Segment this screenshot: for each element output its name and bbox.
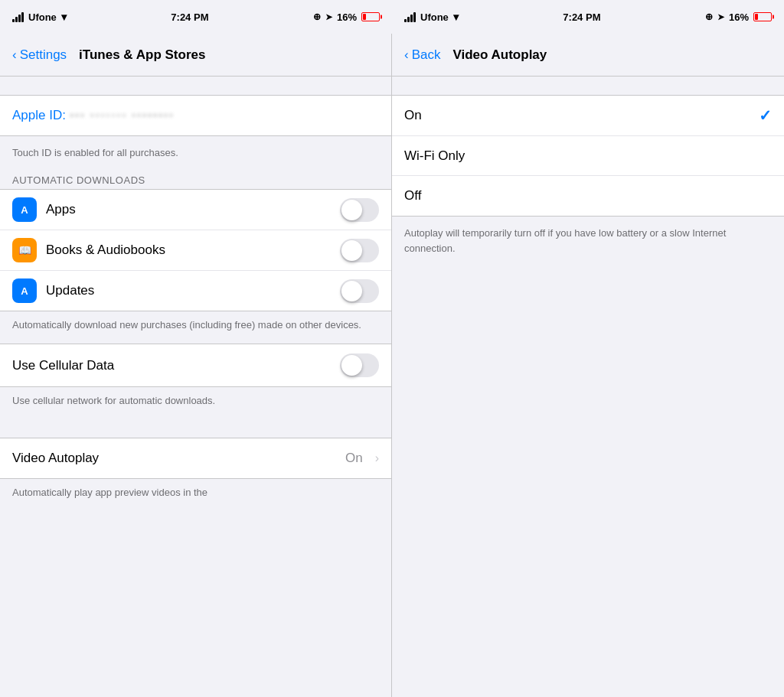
- apple-id-value: ••• ••••••• ••••••••: [70, 108, 175, 123]
- right-time: 7:24 PM: [563, 11, 600, 23]
- back-chevron-icon: ‹: [12, 47, 17, 63]
- left-time: 7:24 PM: [171, 11, 208, 23]
- apps-row[interactable]: A Apps: [0, 190, 391, 230]
- status-bar: Ufone ▾ 7:24 PM ⊕ ➤ 16% Ufone ▾ 7:24 PM: [0, 0, 784, 34]
- touch-id-info-text: Touch ID is enabled for all purchases.: [12, 147, 178, 158]
- right-nav-bar: ‹ Back Video Autoplay: [392, 34, 784, 77]
- automatic-downloads-group: A Apps 📖 Books & Audioboo: [0, 189, 391, 311]
- right-location-icon: ⊕: [705, 11, 713, 22]
- right-location-arrow-icon: ➤: [717, 12, 724, 22]
- right-back-chevron-icon: ‹: [404, 47, 409, 63]
- autoplay-note-text: Autoplay will temporarily turn off if yo…: [404, 227, 726, 254]
- left-battery-icon: [361, 12, 380, 21]
- books-row[interactable]: 📖 Books & Audiobooks: [0, 230, 391, 271]
- option-off-row[interactable]: Off: [392, 176, 784, 216]
- right-signal-icon: [404, 11, 416, 22]
- apps-icon: A: [12, 197, 37, 222]
- svg-text:A: A: [21, 285, 28, 297]
- svg-text:📖: 📖: [18, 244, 32, 257]
- main-content: ‹ Settings iTunes & App Stores Apple ID:…: [0, 34, 784, 697]
- apple-id-text: Apple ID: ••• ••••••• ••••••••: [12, 108, 174, 122]
- left-nav-title: iTunes & App Stores: [79, 47, 205, 63]
- right-wifi-icon: ▾: [453, 11, 459, 23]
- option-on-row[interactable]: On ✓: [392, 96, 784, 136]
- right-scroll-content: On ✓ Wi-Fi Only Off Autoplay will tempor…: [392, 77, 784, 697]
- right-pane: ‹ Back Video Autoplay On ✓ Wi-Fi Only Of…: [392, 34, 784, 697]
- right-status-bar: Ufone ▾ 7:24 PM ⊕ ➤ 16%: [392, 0, 784, 34]
- books-icon: 📖: [12, 238, 37, 262]
- automatic-downloads-header: AUTOMATIC DOWNLOADS: [0, 168, 391, 189]
- left-status-bar: Ufone ▾ 7:24 PM ⊕ ➤ 16%: [0, 0, 392, 34]
- updates-toggle-knob: [341, 281, 362, 301]
- location-icon: ⊕: [313, 11, 321, 22]
- books-label: Books & Audiobooks: [46, 243, 331, 258]
- right-nav-title: Video Autoplay: [452, 47, 547, 63]
- svg-text:A: A: [21, 204, 28, 216]
- right-back-button[interactable]: ‹ Back: [404, 47, 440, 63]
- video-autoplay-partial-text: Automatically play app preview videos in…: [12, 487, 207, 498]
- left-battery-pct: 16%: [337, 11, 357, 23]
- apps-toggle[interactable]: [340, 198, 379, 222]
- updates-toggle[interactable]: [340, 279, 379, 303]
- option-on-checkmark: ✓: [759, 106, 772, 125]
- option-wifi-row[interactable]: Wi-Fi Only: [392, 136, 784, 176]
- auto-download-desc-section: Automatically download new purchases (in…: [0, 311, 391, 344]
- apple-id-section[interactable]: Apple ID: ••• ••••••• ••••••••: [0, 95, 391, 136]
- autoplay-note-section: Autoplay will temporarily turn off if yo…: [392, 217, 784, 265]
- apps-label: Apps: [46, 202, 331, 217]
- left-pane: ‹ Settings iTunes & App Stores Apple ID:…: [0, 34, 392, 697]
- left-scroll-content: Apple ID: ••• ••••••• •••••••• Touch ID …: [0, 77, 391, 697]
- cellular-data-toggle-knob: [341, 355, 362, 376]
- option-off-label: Off: [404, 188, 772, 204]
- right-back-label: Back: [412, 47, 441, 63]
- autoplay-options-group: On ✓ Wi-Fi Only Off: [392, 95, 784, 217]
- cellular-data-label: Use Cellular Data: [12, 358, 331, 373]
- video-autoplay-partial-desc: Automatically play app preview videos in…: [0, 479, 391, 511]
- cellular-data-row[interactable]: Use Cellular Data: [0, 344, 391, 386]
- left-carrier: Ufone: [28, 11, 57, 23]
- updates-row[interactable]: A Updates: [0, 271, 391, 311]
- option-wifi-label: Wi-Fi Only: [404, 148, 772, 164]
- signal-icon: [12, 11, 24, 22]
- updates-icon: A: [12, 278, 37, 303]
- video-autoplay-row[interactable]: Video Autoplay On ›: [0, 438, 391, 478]
- books-toggle[interactable]: [340, 239, 379, 262]
- location-arrow-icon: ➤: [325, 12, 332, 22]
- touch-id-info-section: Touch ID is enabled for all purchases.: [0, 136, 391, 168]
- cellular-desc-section: Use cellular network for automatic downl…: [0, 387, 391, 419]
- auto-download-desc: Automatically download new purchases (in…: [12, 319, 361, 331]
- right-carrier: Ufone: [420, 11, 449, 23]
- video-autoplay-chevron-icon: ›: [375, 451, 379, 465]
- books-toggle-knob: [341, 240, 362, 261]
- back-button[interactable]: ‹ Settings: [12, 47, 67, 63]
- cellular-data-toggle[interactable]: [340, 353, 379, 377]
- cellular-desc-text: Use cellular network for automatic downl…: [12, 395, 215, 406]
- option-on-label: On: [404, 108, 759, 123]
- left-nav-bar: ‹ Settings iTunes & App Stores: [0, 34, 391, 77]
- video-autoplay-group: Video Autoplay On ›: [0, 438, 391, 479]
- video-autoplay-value: On: [345, 451, 363, 466]
- cellular-data-group: Use Cellular Data: [0, 344, 391, 387]
- apps-toggle-knob: [341, 200, 362, 220]
- video-autoplay-label: Video Autoplay: [12, 451, 336, 466]
- right-battery-icon: [753, 12, 772, 21]
- back-label: Settings: [20, 47, 67, 63]
- updates-label: Updates: [46, 283, 331, 298]
- right-battery-pct: 16%: [729, 11, 749, 23]
- wifi-icon: ▾: [61, 11, 67, 23]
